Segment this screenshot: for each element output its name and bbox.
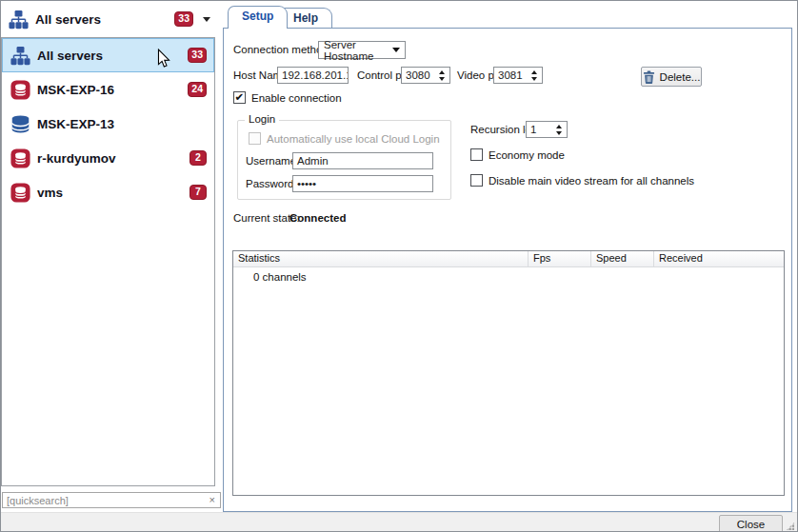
- server-list-item[interactable]: MSK-EXP-1624: [2, 72, 214, 107]
- channel-count-badge: 24: [188, 82, 207, 97]
- connection-method-select[interactable]: Server Hostname: [318, 41, 406, 59]
- statistics-table: StatisticsFpsSpeedReceived 0 channels: [232, 250, 785, 496]
- password-label: Password:: [246, 175, 297, 192]
- statistics-empty-row: 0 channels: [233, 267, 784, 283]
- dialog-footer: Close: [1, 512, 797, 532]
- server-list: All servers33MSK-EXP-1624MSK-EXP-13r-kur…: [1, 37, 215, 486]
- setup-tab-page: Connection method: Server Hostname Delet…: [223, 28, 792, 512]
- server-list-item[interactable]: r-kurdyumov2: [2, 141, 214, 175]
- server-list-item[interactable]: vms7: [2, 175, 214, 209]
- server-name: MSK-EXP-13: [37, 117, 114, 131]
- host-name-input[interactable]: 192.168.201.111: [277, 67, 349, 84]
- database-blue-icon: [10, 114, 30, 134]
- clear-search-icon[interactable]: ×: [205, 495, 220, 505]
- economy-mode-checkbox[interactable]: Economy mode: [470, 148, 565, 161]
- server-name: vms: [37, 186, 63, 200]
- server-setup-window: All servers 33 All servers33MSK-EXP-1624…: [0, 0, 798, 532]
- database-red-icon: [10, 148, 30, 168]
- network-icon: [10, 46, 30, 66]
- server-name: MSK-EXP-16: [37, 83, 114, 97]
- database-red-icon: [10, 80, 30, 100]
- database-red-icon: [10, 183, 30, 203]
- current-state-value: Connected: [289, 209, 346, 227]
- statistics-table-header[interactable]: StatisticsFpsSpeedReceived: [233, 251, 784, 267]
- chevron-down-icon: [392, 48, 400, 52]
- spinner-arrows-icon[interactable]: [551, 122, 567, 137]
- channel-count-badge: 7: [190, 185, 207, 200]
- username-label: Username:: [246, 152, 299, 169]
- control-port-stepper[interactable]: 3080: [401, 67, 450, 84]
- login-group-title: Login: [245, 113, 279, 125]
- server-count-badge: 33: [174, 11, 193, 27]
- checkbox-unchecked-icon: [470, 148, 483, 161]
- statistics-column-header[interactable]: Statistics: [233, 251, 529, 266]
- spinner-arrows-icon[interactable]: [527, 68, 542, 83]
- trash-icon: [643, 70, 655, 84]
- statistics-column-header[interactable]: Received: [654, 251, 784, 266]
- connection-method-label: Connection method:: [233, 41, 331, 58]
- spinner-arrows-icon[interactable]: [434, 68, 449, 83]
- statistics-column-header[interactable]: Fps: [529, 251, 591, 266]
- channel-count-badge: 2: [190, 150, 207, 166]
- selected-server-label: All servers: [35, 12, 101, 27]
- username-field[interactable]: Admin: [292, 152, 433, 169]
- checkbox-unchecked-icon: [470, 174, 483, 187]
- server-name: All servers: [37, 49, 103, 63]
- close-button[interactable]: Close: [719, 515, 783, 532]
- network-icon: [9, 10, 29, 30]
- checkbox-unchecked-icon: [249, 132, 261, 145]
- disable-main-stream-checkbox[interactable]: Disable main video stream for all channe…: [470, 174, 694, 187]
- quicksearch-box: ×: [2, 492, 221, 508]
- statistics-column-header[interactable]: Speed: [591, 251, 654, 266]
- video-port-stepper[interactable]: 3081: [493, 67, 543, 84]
- chevron-down-icon: [203, 17, 210, 22]
- connection-method-value: Server Hostname: [324, 39, 385, 62]
- delete-button[interactable]: Delete...: [641, 67, 702, 87]
- auto-cloud-login-checkbox[interactable]: Automatically use local Cloud Login: [249, 132, 440, 145]
- server-list-item[interactable]: All servers33: [2, 38, 214, 72]
- channel-count-badge: 33: [188, 48, 207, 63]
- password-field[interactable]: •••••: [292, 175, 433, 192]
- checkbox-checked-icon: [233, 91, 246, 104]
- tab-setup[interactable]: Setup: [228, 6, 288, 29]
- server-list-item[interactable]: MSK-EXP-13: [2, 107, 214, 141]
- server-selector-dropdown[interactable]: All servers 33: [1, 1, 222, 37]
- quicksearch-input[interactable]: [3, 495, 205, 506]
- resize-grip[interactable]: [786, 522, 795, 531]
- server-name: r-kurdyumov: [37, 151, 116, 166]
- recursion-level-stepper[interactable]: 1: [526, 121, 568, 138]
- login-group: Login Automatically use local Cloud Logi…: [237, 120, 451, 200]
- enable-connection-checkbox[interactable]: Enable connection: [233, 91, 342, 104]
